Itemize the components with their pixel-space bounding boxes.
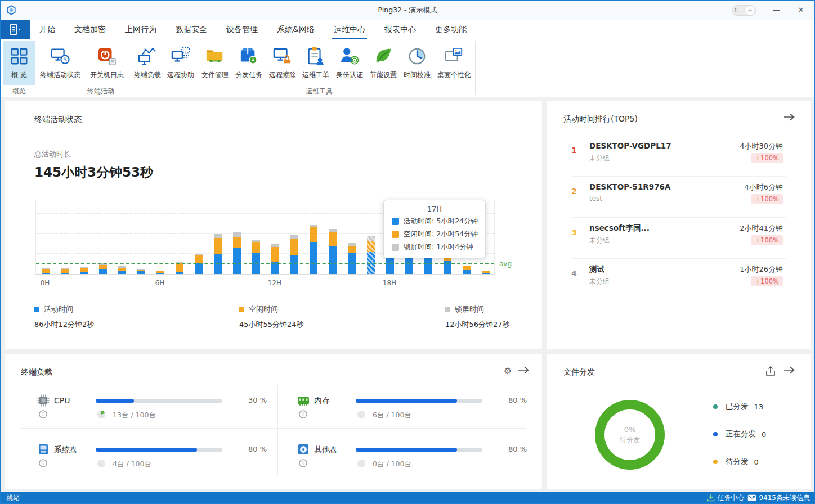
- chart-bar-segment[interactable]: [482, 271, 490, 273]
- theme-toggle[interactable]: ☾ ☀: [732, 5, 756, 16]
- ribbon-button-time-calibration[interactable]: 时间校准: [404, 41, 431, 85]
- chart-bar-segment[interactable]: [118, 271, 126, 274]
- ribbon-button-ops-ticket[interactable]: 运维工单: [302, 41, 329, 85]
- chart-bar-segment[interactable]: [99, 269, 107, 274]
- chart-bar-segment[interactable]: [214, 234, 222, 238]
- chart-bar-segment[interactable]: [195, 263, 203, 274]
- tab-data-security[interactable]: 数据安全: [166, 20, 217, 39]
- distribution-more-arrow-icon[interactable]: [783, 366, 795, 375]
- chart-bar-segment[interactable]: [271, 244, 279, 248]
- chart-bar-segment[interactable]: [137, 269, 145, 270]
- tab-doc-encryption[interactable]: 文档加密: [65, 20, 115, 39]
- chart-bar-segment[interactable]: [214, 238, 222, 254]
- chart-bar-segment[interactable]: [233, 248, 241, 274]
- tab-web-behavior[interactable]: 上网行为: [115, 20, 166, 39]
- tab-device-management[interactable]: 设备管理: [217, 20, 267, 39]
- ribbon-button-power-log[interactable]: 开关机日志: [90, 41, 124, 85]
- ranking-item-4[interactable]: 4 测试 未分组 1小时26分钟 +100%: [563, 264, 794, 300]
- chart-bar-segment[interactable]: [61, 269, 69, 272]
- unread-messages-button[interactable]: 9415条未读信息: [747, 493, 810, 503]
- chart-bar-segment[interactable]: [310, 227, 317, 242]
- chart-bar-segment[interactable]: [176, 272, 183, 274]
- sun-icon: ☀: [746, 6, 754, 15]
- chart-bar-segment[interactable]: [42, 269, 50, 273]
- info-icon[interactable]: [39, 459, 47, 467]
- ranking-item-2[interactable]: 2 DESKTOP-51R976A test 4小时6分钟 +100%: [563, 182, 794, 218]
- gear-icon[interactable]: ⚙: [504, 366, 512, 376]
- distribute-icon[interactable]: [765, 366, 776, 377]
- ribbon-button-remote-assist[interactable]: 远程协助: [167, 41, 194, 85]
- chart-bar-segment[interactable]: [367, 236, 375, 241]
- chart-bar-segment[interactable]: [329, 246, 337, 274]
- tab-more-features[interactable]: 更多功能: [426, 20, 476, 39]
- chart-bar-segment[interactable]: [310, 225, 317, 227]
- ranking-item-3[interactable]: 3 nsecsoft李国... 未分组 2小时41分钟 +100%: [563, 223, 794, 259]
- minimize-button[interactable]: —: [764, 1, 789, 20]
- chart-bar-segment[interactable]: [348, 243, 356, 246]
- chart-bar-segment[interactable]: [176, 263, 183, 271]
- chart-bar-segment[interactable]: [156, 271, 164, 271]
- info-icon[interactable]: [299, 410, 307, 418]
- ribbon-button-overview[interactable]: 概 览: [3, 41, 35, 85]
- info-icon[interactable]: [299, 459, 307, 467]
- tooltip-row: 锁屏时间: 1小时4分钟: [392, 242, 485, 252]
- chart-bar-segment[interactable]: [61, 273, 69, 274]
- chart-bar-segment[interactable]: [80, 267, 88, 267]
- chart-bar-segment[interactable]: [290, 235, 298, 238]
- ranking-item-1[interactable]: 1 DESKTOP-VGDPL17 未分组 4小时30分钟 +100%: [563, 141, 794, 177]
- ribbon-button-identity-auth[interactable]: 身份认证: [336, 41, 363, 85]
- chart-bar-segment[interactable]: [405, 257, 413, 274]
- chart-bar-segment[interactable]: [290, 255, 298, 274]
- chart-bar-segment[interactable]: [42, 268, 50, 269]
- load-more-arrow-icon[interactable]: [517, 366, 530, 375]
- chart-bar-segment[interactable]: [424, 257, 432, 274]
- ribbon-separator: [165, 41, 165, 95]
- legend-distributed[interactable]: 已分发 13: [713, 402, 763, 412]
- tab-start[interactable]: 开始: [30, 20, 65, 39]
- chart-bar-segment[interactable]: [329, 232, 337, 246]
- chart-bar-segment[interactable]: [118, 268, 126, 271]
- chart-bar-segment[interactable]: [290, 238, 298, 255]
- chart-bar-segment[interactable]: [156, 271, 164, 273]
- chart-bar-segment[interactable]: [233, 232, 241, 237]
- chart-bar-segment[interactable]: [233, 237, 241, 248]
- info-icon[interactable]: [39, 410, 47, 418]
- chart-bar-segment[interactable]: [80, 268, 88, 272]
- chart-bar-segment[interactable]: [195, 254, 203, 255]
- legend-distributing[interactable]: 正在分发 0: [713, 429, 766, 439]
- chart-bar-segment[interactable]: [367, 241, 375, 253]
- ribbon-button-file-manager[interactable]: 文件管理: [201, 41, 229, 85]
- tab-system-network[interactable]: 系统&网络: [267, 20, 324, 39]
- chart-bar-segment[interactable]: [80, 272, 88, 274]
- ribbon-button-dispatch-task[interactable]: 分发任务: [235, 41, 262, 85]
- task-center-button[interactable]: 任务中心: [707, 493, 744, 503]
- chart-bar-segment[interactable]: [252, 242, 260, 253]
- chart-bar-segment[interactable]: [195, 255, 203, 263]
- ribbon-button-terminal-activity[interactable]: 终端活动状态: [40, 41, 80, 85]
- chart-bar-segment[interactable]: [61, 268, 69, 269]
- legend-pending[interactable]: 待分发 0: [713, 457, 759, 467]
- ribbon-button-desktop-personalize[interactable]: 桌面个性化: [437, 41, 471, 85]
- chart-bar-segment[interactable]: [463, 266, 471, 270]
- chart-bar-segment[interactable]: [118, 266, 126, 267]
- app-menu-button[interactable]: [1, 20, 30, 39]
- chart-bar-segment[interactable]: [252, 240, 260, 242]
- chart-bar-segment[interactable]: [99, 265, 107, 269]
- ribbon-button-remote-wipe[interactable]: 远程擦除: [269, 41, 296, 85]
- close-button[interactable]: ✕: [789, 1, 813, 20]
- chart-bar-segment[interactable]: [137, 270, 145, 271]
- tab-report-center[interactable]: 报表中心: [375, 20, 426, 39]
- chart-bar-segment[interactable]: [310, 242, 317, 274]
- ribbon-button-terminal-load[interactable]: 终端负载: [134, 41, 161, 85]
- chart-bar-segment[interactable]: [386, 257, 394, 274]
- chart-bar-segment[interactable]: [463, 270, 471, 274]
- chart-bar-segment[interactable]: [482, 273, 490, 274]
- chart-bar-segment[interactable]: [329, 229, 337, 232]
- chart-bar-segment[interactable]: [137, 271, 145, 274]
- chart-bar-segment[interactable]: [271, 247, 279, 262]
- ribbon-button-energy-saving[interactable]: 节能设置: [370, 41, 397, 85]
- chart-bar-segment[interactable]: [214, 254, 222, 274]
- tab-ops-center[interactable]: 运维中心: [324, 20, 375, 39]
- chart-bar-segment[interactable]: [348, 246, 356, 253]
- ranking-more-arrow-icon[interactable]: [783, 112, 795, 122]
